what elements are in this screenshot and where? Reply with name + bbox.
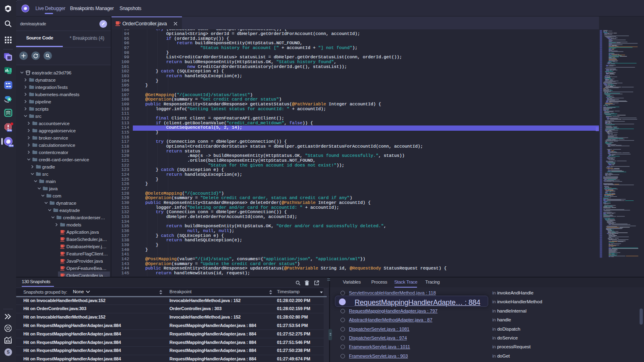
svg-text:NEW: NEW xyxy=(7,130,12,132)
svg-text:NEW: NEW xyxy=(9,145,13,147)
